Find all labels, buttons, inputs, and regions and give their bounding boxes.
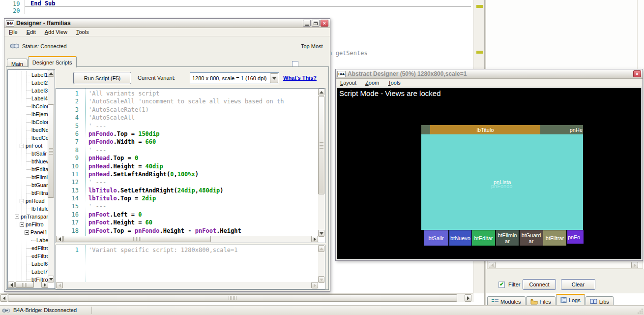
editor-hscrollbar[interactable]: [56, 236, 319, 243]
tree-item-edFiltroN[interactable]: edFiltroN: [8, 252, 48, 260]
collapse-icon[interactable]: [20, 144, 24, 148]
tab-files[interactable]: Files: [526, 296, 556, 306]
editor-vscrollbar[interactable]: [318, 89, 325, 237]
collapse-icon[interactable]: [25, 230, 29, 235]
tree-item-btNuevo[interactable]: btNuevo: [8, 158, 48, 165]
menu-zoom[interactable]: Zoom: [361, 79, 383, 86]
tree-item-Label4[interactable]: Label4: [8, 94, 48, 102]
scroll-right-icon[interactable]: [631, 262, 638, 268]
scroll-down-icon[interactable]: [48, 276, 54, 283]
tree-item-Label1[interactable]: Label1: [8, 71, 48, 79]
abstract-titlebar[interactable]: B4A Abstract Designer (50%) 1280x800,sca…: [336, 69, 643, 79]
filter-checkbox[interactable]: [498, 282, 505, 288]
tree-item-lbTitulo[interactable]: lbTitulo: [8, 205, 48, 213]
scroll-left-icon[interactable]: [56, 282, 63, 288]
scrollbar-thumb[interactable]: [8, 294, 457, 302]
tree-hscrollbar[interactable]: [8, 282, 48, 288]
tree-item-Label2[interactable]: Label2: [8, 79, 48, 87]
view-lbTitulo[interactable]: lbTitulo: [430, 125, 540, 134]
menu-layout[interactable]: Layout: [336, 79, 361, 86]
tree-item-lbedCod[interactable]: lbedCod: [8, 134, 48, 142]
menu-edit[interactable]: Edit: [22, 29, 40, 35]
tree-item-Label6[interactable]: Label6: [8, 260, 48, 268]
scroll-left-icon[interactable]: [489, 262, 496, 268]
maximize-button[interactable]: [312, 20, 320, 27]
tab-modules[interactable]: Modules: [487, 296, 526, 306]
view-btSalir[interactable]: btSalir: [424, 230, 448, 246]
tree-item-lbColorle[interactable]: lbColorle: [8, 118, 48, 126]
views-tree[interactable]: Label1Label2Label3Label4lbColorfclbEjemp…: [7, 69, 55, 289]
tree-item-pnFiltro[interactable]: pnFiltro: [8, 220, 48, 228]
tree-item-btFiltrar[interactable]: btFiltrar: [8, 189, 48, 197]
scroll-up-icon[interactable]: [318, 89, 324, 95]
view-btGuardar[interactable]: btGuardar: [520, 230, 543, 246]
tree-item-Label[interactable]: Label: [8, 236, 48, 244]
close-button[interactable]: ×: [633, 70, 641, 77]
scrollbar-thumb[interactable]: [63, 236, 211, 242]
close-button[interactable]: ×: [321, 20, 328, 27]
editor-hscrollbar[interactable]: [56, 282, 319, 289]
scroll-right-icon[interactable]: [311, 282, 318, 288]
scroll-up-icon[interactable]: [318, 245, 324, 252]
designer-canvas[interactable]: Script Mode - Views are locked lbTitulo …: [337, 88, 642, 259]
tree-item-btGuard.[interactable]: btGuard.: [8, 181, 48, 189]
scroll-down-icon[interactable]: [318, 230, 324, 237]
designer-titlebar[interactable]: B4A Designer - ffamilias ×: [4, 19, 330, 28]
logs-hscrollbar[interactable]: [487, 261, 643, 269]
view-pnFondo[interactable]: lbTitulo pnHe pnLista pnFondo: [421, 125, 583, 230]
editor-code[interactable]: 'All variants script'AutoScaleAll 'uncom…: [88, 90, 318, 235]
scroll-right-icon[interactable]: [465, 294, 471, 302]
script-editor[interactable]: 123456789101112131415161718 'All variant…: [56, 88, 325, 243]
editor-vscrollbar[interactable]: [318, 245, 325, 283]
minimize-button[interactable]: [303, 20, 311, 27]
tree-item-lbEjempl[interactable]: lbEjempl: [8, 110, 48, 118]
menu-add-view[interactable]: Add View: [40, 29, 72, 35]
tree-item-Label7[interactable]: Label7: [8, 268, 48, 276]
clear-button[interactable]: Clear: [561, 279, 595, 290]
tree-item-Label3[interactable]: Label3: [8, 87, 48, 94]
view-btEditar[interactable]: btEditar: [472, 230, 495, 246]
editor-code[interactable]: 'Variant specific script: 1280x800,scale…: [88, 247, 318, 254]
tree-item-pnHead[interactable]: pnHead: [8, 197, 48, 205]
scroll-right-icon[interactable]: [311, 236, 318, 242]
tree-item-btElimina[interactable]: btElimina: [8, 173, 48, 181]
collapse-icon[interactable]: [20, 222, 24, 227]
scroll-left-icon[interactable]: [8, 282, 15, 288]
tab-designer-scripts[interactable]: Designer Scripts: [28, 56, 77, 67]
tree-item-pnTransparent[interactable]: pnTransparent: [8, 213, 48, 220]
whats-this-link[interactable]: What's This?: [283, 75, 317, 81]
scroll-down-icon[interactable]: [318, 276, 324, 283]
scroll-left-icon[interactable]: [0, 294, 7, 302]
scroll-up-icon[interactable]: [48, 70, 54, 77]
scroll-right-icon[interactable]: [41, 282, 48, 288]
view-btNuevo[interactable]: btNuevo: [449, 230, 471, 246]
ide-hscrollbar[interactable]: [0, 293, 473, 302]
tree-item-btSalir[interactable]: btSalir: [8, 150, 48, 158]
view-btFiltrar[interactable]: btFiltrar: [543, 230, 566, 246]
tree-item-lbColorfc[interactable]: lbColorfc: [8, 102, 48, 110]
view-pnFo[interactable]: pnFo: [567, 230, 584, 244]
menu-tools[interactable]: Tools: [72, 29, 93, 35]
tree-item-Panel1[interactable]: Panel1: [8, 228, 48, 236]
tab-libs[interactable]: Libs: [585, 296, 614, 306]
chevron-down-icon[interactable]: [270, 73, 278, 83]
tab-logs[interactable]: Logs: [556, 294, 585, 305]
scrollbar-thumb[interactable]: [15, 282, 34, 288]
menu-file[interactable]: File: [4, 29, 22, 35]
variant-dropdown[interactable]: 1280 x 800, scale = 1 (160 dpi): [190, 72, 279, 84]
connect-button[interactable]: Connect: [523, 279, 556, 290]
view-btEliminar[interactable]: btEliminar: [496, 230, 519, 246]
tree-item-pnFoot[interactable]: pnFoot: [8, 142, 48, 150]
menu-tools[interactable]: Tools: [383, 79, 405, 86]
tree-item-edFiltroC[interactable]: edFiltroC: [8, 244, 48, 252]
collapse-icon[interactable]: [15, 215, 19, 219]
run-script-button[interactable]: Run Script (F5): [73, 72, 131, 84]
tree-vscrollbar[interactable]: [48, 70, 55, 283]
tree-item-btEditar[interactable]: btEditar: [8, 165, 48, 173]
scroll-left-icon[interactable]: [56, 236, 63, 242]
scrollbar-thumb[interactable]: [318, 96, 324, 194]
scrollbar-thumb[interactable]: [48, 104, 54, 198]
collapse-icon[interactable]: [20, 199, 24, 203]
tree-item-lbedNom[interactable]: lbedNom: [8, 126, 48, 134]
view-pnHead[interactable]: lbTitulo pnHe: [421, 125, 583, 134]
